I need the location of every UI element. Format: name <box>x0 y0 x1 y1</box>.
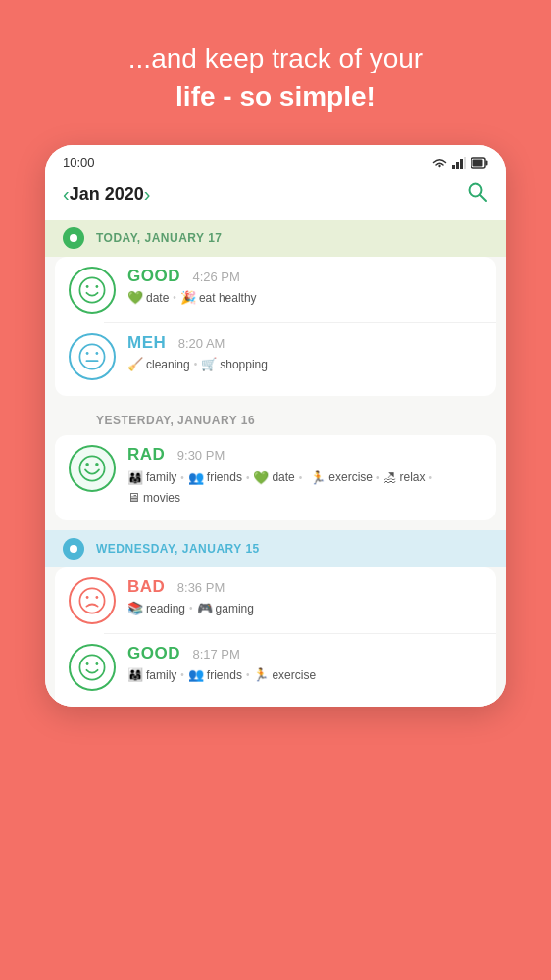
tag-shopping: 🛒 shopping <box>201 357 268 371</box>
tag-family: 👨‍👩‍👧 family <box>127 470 176 485</box>
entry-title-good-wed: GOOD <box>127 644 180 662</box>
tag-date-rad: 💚 date <box>253 470 294 485</box>
today-card: GOOD 4:26 PM 💚 date • 🎉 eat healthy <box>55 257 496 396</box>
svg-line-8 <box>480 195 486 201</box>
svg-point-10 <box>86 285 89 288</box>
svg-rect-6 <box>473 159 483 166</box>
tag-exercise-wed: 🏃 exercise <box>253 667 316 682</box>
entry-title-meh: MEH <box>127 333 166 352</box>
svg-point-24 <box>96 662 99 665</box>
svg-point-19 <box>79 589 104 613</box>
entry-meh-today[interactable]: MEH 8:20 AM 🧹 cleaning • 🛒 shopping <box>55 323 496 390</box>
wednesday-label: WEDNESDAY, JANUARY 15 <box>96 542 260 556</box>
entry-tags-good: 💚 date • 🎉 eat healthy <box>127 290 482 305</box>
entry-content-bad: BAD 8:36 PM 📚 reading • 🎮 gaming <box>127 577 482 615</box>
phone-frame: 10:00 ‹ Jan 2020 <box>45 145 506 707</box>
battery-icon <box>471 157 488 169</box>
month-title: Jan 2020 <box>70 184 144 205</box>
hero-text-bold: life - so simple! <box>175 81 376 112</box>
entry-content-good: GOOD 4:26 PM 💚 date • 🎉 eat healthy <box>127 267 482 305</box>
today-dot <box>63 227 84 249</box>
entry-time-good: 4:26 PM <box>192 270 239 284</box>
movies-icon: 🖥 <box>127 490 140 505</box>
tag-family-wed: 👨‍👩‍👧 family <box>127 667 176 682</box>
svg-point-22 <box>79 656 104 680</box>
tag-cleaning: 🧹 cleaning <box>127 357 190 371</box>
entry-tags-meh: 🧹 cleaning • 🛒 shopping <box>127 357 482 371</box>
family-icon: 👨‍👩‍👧 <box>127 470 143 485</box>
tag-movies: 🖥 movies <box>127 490 180 505</box>
entry-time-bad: 8:36 PM <box>177 580 225 595</box>
mood-face-bad <box>69 577 116 624</box>
svg-point-18 <box>95 463 99 466</box>
tag-exercise: 🏃 exercise <box>310 470 373 485</box>
svg-point-11 <box>96 285 99 288</box>
day-header-wednesday: WEDNESDAY, JANUARY 15 <box>45 530 506 567</box>
entry-good-today[interactable]: GOOD 4:26 PM 💚 date • 🎉 eat healthy <box>55 257 496 323</box>
tag-eat-healthy: 🎉 eat healthy <box>180 290 257 305</box>
tag-relax: 🏖 relax <box>383 470 425 485</box>
friends-wed-icon: 👥 <box>188 667 204 682</box>
tag-date: 💚 date <box>127 290 169 305</box>
svg-point-13 <box>86 352 89 355</box>
entry-title-bad: BAD <box>127 577 165 596</box>
svg-rect-2 <box>460 159 463 169</box>
wednesday-dot <box>63 538 84 560</box>
mood-face-good-wed <box>69 644 116 691</box>
mood-face-good <box>69 267 116 314</box>
cleaning-icon: 🧹 <box>127 357 143 371</box>
wifi-icon <box>432 157 447 169</box>
status-bar: 10:00 <box>45 145 506 175</box>
hero-text: ...and keep track of your life - so simp… <box>89 0 462 145</box>
date-icon: 💚 <box>127 290 143 305</box>
relax-icon: 🏖 <box>383 470 396 485</box>
entry-rad-yesterday[interactable]: RAD 9:30 PM 👨‍👩‍👧 family • 👥 friends <box>55 435 496 514</box>
svg-rect-0 <box>452 165 455 169</box>
svg-point-16 <box>79 457 104 481</box>
svg-point-9 <box>79 278 104 303</box>
yesterday-label: YESTERDAY, JANUARY 16 <box>96 414 255 427</box>
svg-point-21 <box>96 596 99 599</box>
tag-gaming: 🎮 gaming <box>197 601 254 615</box>
entry-content-rad: RAD 9:30 PM 👨‍👩‍👧 family • 👥 friends <box>127 445 482 505</box>
tag-reading: 📚 reading <box>127 601 185 615</box>
entry-content-good-wed: GOOD 8:17 PM 👨‍👩‍👧 family • 👥 friends <box>127 644 482 682</box>
entry-time-good-wed: 8:17 PM <box>192 647 239 662</box>
prev-month-button[interactable]: ‹ <box>63 183 70 206</box>
entry-good-wednesday[interactable]: GOOD 8:17 PM 👨‍👩‍👧 family • 👥 friends <box>55 634 496 701</box>
yesterday-card: RAD 9:30 PM 👨‍👩‍👧 family • 👥 friends <box>55 435 496 520</box>
svg-point-23 <box>86 662 89 665</box>
entry-time-rad: 9:30 PM <box>177 448 225 463</box>
svg-point-12 <box>79 345 104 369</box>
svg-rect-1 <box>456 162 459 169</box>
svg-point-17 <box>85 463 89 466</box>
svg-rect-3 <box>464 157 466 169</box>
gaming-icon: 🎮 <box>197 601 213 615</box>
entry-title-rad: RAD <box>127 445 165 464</box>
tag-friends-wed: 👥 friends <box>188 667 242 682</box>
eat-healthy-icon: 🎉 <box>180 290 196 305</box>
entry-tags-good-wed: 👨‍👩‍👧 family • 👥 friends • 🏃 exercise <box>127 667 482 682</box>
friends-icon: 👥 <box>188 470 204 485</box>
next-month-button[interactable]: › <box>144 183 151 206</box>
entry-tags-rad: 👨‍👩‍👧 family • 👥 friends • 💚 date <box>127 468 482 505</box>
status-icons <box>432 157 488 169</box>
svg-point-14 <box>96 352 99 355</box>
mood-face-rad <box>69 445 116 492</box>
day-header-today: TODAY, JANUARY 17 <box>45 220 506 257</box>
search-button[interactable] <box>467 181 488 208</box>
nav-bar: ‹ Jan 2020 › <box>45 175 506 220</box>
today-label: TODAY, JANUARY 17 <box>96 231 223 245</box>
hero-text-regular: ...and keep track of your <box>128 43 423 74</box>
entry-bad-wednesday[interactable]: BAD 8:36 PM 📚 reading • 🎮 gaming <box>55 567 496 634</box>
svg-rect-5 <box>486 160 488 165</box>
mood-face-meh <box>69 333 116 380</box>
entry-tags-bad: 📚 reading • 🎮 gaming <box>127 601 482 615</box>
status-time: 10:00 <box>63 155 95 170</box>
signal-icon <box>452 157 466 169</box>
tag-friends: 👥 friends <box>188 470 242 485</box>
family-wed-icon: 👨‍👩‍👧 <box>127 667 143 682</box>
date-rad-icon: 💚 <box>253 470 269 485</box>
exercise-wed-icon: 🏃 <box>253 667 269 682</box>
entry-title-good: GOOD <box>127 267 180 285</box>
